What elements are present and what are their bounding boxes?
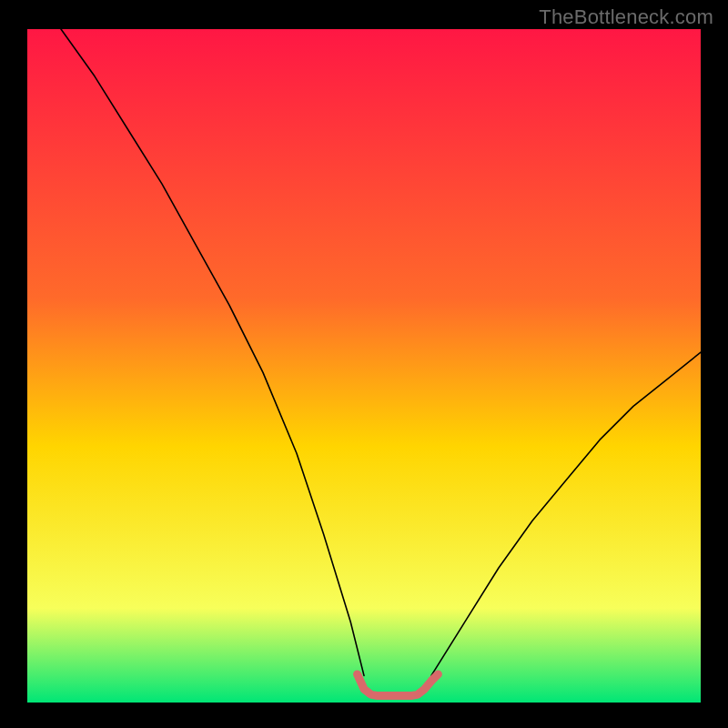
watermark-text: TheBottleneck.com (539, 5, 713, 29)
chart-container: TheBottleneck.com (0, 0, 728, 728)
chart-svg (0, 0, 728, 728)
